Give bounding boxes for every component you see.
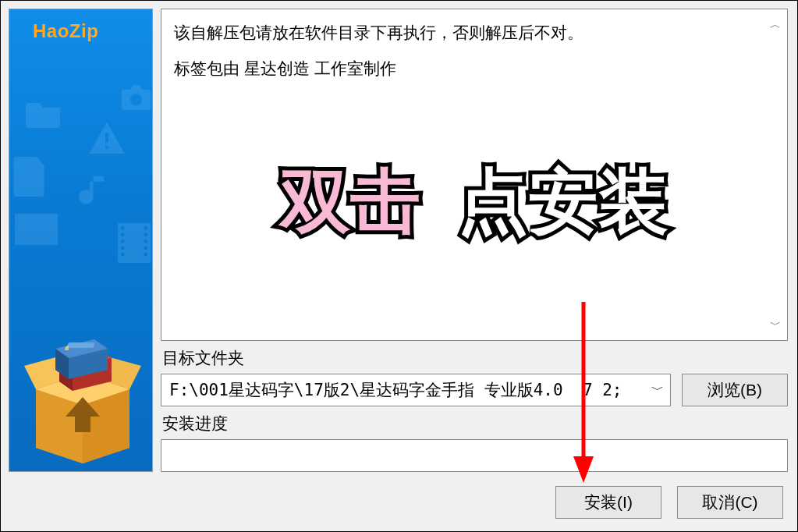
camera-icon bbox=[119, 81, 153, 112]
description-line1: 该自解压包请放在软件目录下再执行，否则解压后不对。 bbox=[174, 17, 775, 48]
self-extract-window: HaoZip bbox=[0, 0, 798, 532]
target-folder-row: ﹀ 浏览(B) bbox=[161, 374, 788, 406]
brand-label: HaoZip bbox=[9, 9, 152, 42]
progress-bar bbox=[161, 439, 788, 472]
content-panel: ︿ 该自解压包请放在软件目录下再执行，否则解压后不对。 标签包由 星达创造 工作… bbox=[161, 9, 788, 472]
main-area: HaoZip bbox=[1, 1, 797, 478]
description-line2: 标签包由 星达创造 工作室制作 bbox=[174, 53, 775, 84]
sidebar-bg-icons bbox=[9, 42, 152, 292]
svg-rect-0 bbox=[67, 342, 95, 348]
film-icon bbox=[115, 222, 153, 264]
target-folder-input[interactable] bbox=[161, 374, 645, 406]
install-button[interactable]: 安装(I) bbox=[555, 486, 661, 519]
dropdown-icon[interactable]: ﹀ bbox=[645, 374, 670, 406]
image-icon bbox=[11, 210, 62, 249]
folder-icon bbox=[25, 97, 64, 128]
target-folder-label: 目标文件夹 bbox=[161, 346, 788, 369]
target-folder-combo[interactable]: ﹀ bbox=[161, 374, 671, 406]
scroll-up-icon[interactable]: ︿ bbox=[770, 14, 781, 35]
sidebar-panel: HaoZip bbox=[9, 9, 153, 472]
warning-icon bbox=[87, 120, 126, 155]
dialog-button-row: 安装(I) 取消(C) bbox=[1, 478, 797, 531]
cancel-button[interactable]: 取消(C) bbox=[677, 486, 783, 519]
box-illustration bbox=[20, 319, 145, 463]
annotation-right: 点安装 bbox=[458, 134, 669, 268]
annotation-overlay: 双击 点安装 bbox=[280, 134, 669, 268]
progress-label: 安装进度 bbox=[161, 411, 788, 434]
scroll-down-icon[interactable]: ﹀ bbox=[770, 314, 781, 335]
description-textarea[interactable]: ︿ 该自解压包请放在软件目录下再执行，否则解压后不对。 标签包由 星达创造 工作… bbox=[161, 9, 788, 341]
document-icon bbox=[11, 155, 50, 198]
music-note-icon bbox=[72, 171, 115, 214]
annotation-left: 双击 bbox=[280, 134, 420, 268]
browse-button[interactable]: 浏览(B) bbox=[682, 374, 788, 406]
